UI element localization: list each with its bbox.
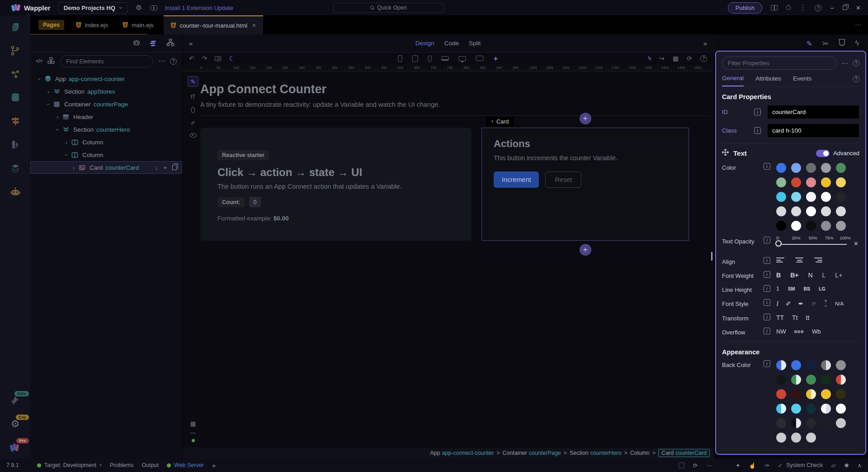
breadcrumb-name[interactable]: counterPage xyxy=(529,450,561,456)
find-elements-input[interactable] xyxy=(60,55,153,67)
info-icon[interactable]: i xyxy=(764,163,770,170)
window-close-button[interactable]: ✕ xyxy=(856,5,861,11)
highlighter-icon[interactable]: ✐ xyxy=(786,300,791,307)
color-swatch[interactable] xyxy=(791,163,801,173)
publish-button[interactable]: Publish xyxy=(728,2,763,14)
color-swatch[interactable] xyxy=(791,375,801,385)
output-button[interactable]: Output xyxy=(142,462,159,468)
weight-lighter-option[interactable]: L+ xyxy=(835,272,842,279)
project-selector[interactable]: Demo Projects HQ › xyxy=(58,2,128,14)
status-more-icon[interactable]: ⋯ xyxy=(707,462,712,469)
droplet-icon[interactable] xyxy=(785,5,792,11)
design-palette-icon[interactable] xyxy=(9,138,22,151)
chevron-down-icon[interactable]: › xyxy=(36,75,43,82)
eraser-icon[interactable]: ▱ xyxy=(831,462,836,469)
tree-item-column-2[interactable]: › Column xyxy=(30,148,182,161)
tree-item-card-countercard[interactable]: › Card counterCard ↓ + xyxy=(30,161,182,174)
color-swatch[interactable] xyxy=(836,375,846,385)
tree-item-section-appstores[interactable]: › Section appStores xyxy=(30,85,182,98)
tabstrip-more-icon[interactable]: ⋯ xyxy=(855,21,862,29)
routes-signpost-icon[interactable] xyxy=(9,115,22,128)
undo-icon[interactable]: ↶ xyxy=(189,55,194,62)
install-update-link[interactable]: Install 1 Extension Update xyxy=(165,5,233,11)
chevron-down-icon[interactable]: › xyxy=(45,100,52,108)
add-child-icon[interactable]: + xyxy=(163,164,167,171)
color-swatch[interactable] xyxy=(836,404,846,414)
web-server-button[interactable]: Web Server xyxy=(167,462,204,468)
text-tool-icon[interactable]: tT xyxy=(191,94,196,100)
quick-open-button[interactable]: Quick Open xyxy=(333,3,444,13)
edit-mode-icon[interactable]: ✎ xyxy=(188,76,198,87)
code-view-icon[interactable]: </> xyxy=(36,58,42,64)
pages-icon[interactable] xyxy=(9,21,22,33)
scissors-icon[interactable]: ✂ xyxy=(822,39,828,48)
reload-icon[interactable]: ⟳ xyxy=(693,462,698,469)
extensions-puzzle-icon[interactable]: Beta xyxy=(9,394,22,407)
mode-split[interactable]: Split xyxy=(469,40,481,47)
info-icon[interactable]: i xyxy=(764,271,770,278)
git-branch-icon[interactable] xyxy=(9,44,22,57)
color-swatch[interactable] xyxy=(836,418,846,428)
actions-bolt-icon[interactable]: ϟ xyxy=(855,39,859,48)
refresh-icon[interactable]: ⟳ xyxy=(687,55,692,62)
collapse-right-icon[interactable]: » xyxy=(703,39,707,47)
ai-robot-icon[interactable] xyxy=(9,186,22,198)
color-swatch[interactable] xyxy=(806,375,816,385)
layout-columns-icon[interactable] xyxy=(771,5,778,10)
id-field[interactable] xyxy=(767,105,859,119)
tree-item-section-counterhero[interactable]: › Section counterHero xyxy=(30,123,182,136)
lh-1-option[interactable]: 1 xyxy=(776,286,779,292)
color-swatch[interactable] xyxy=(776,433,786,443)
chevron-down-icon[interactable]: › xyxy=(54,126,61,133)
color-swatch[interactable] xyxy=(821,221,831,231)
ellipsis-option[interactable]: ooo xyxy=(794,329,804,334)
tab-close-icon[interactable]: ✕ xyxy=(252,23,256,29)
color-swatch[interactable] xyxy=(821,360,831,370)
color-swatch[interactable] xyxy=(791,404,801,414)
tab-counter-tour-manual[interactable]: 5 counter--tour-manual.html ✕ xyxy=(164,15,264,34)
collapse-up-icon[interactable]: ∧ xyxy=(858,462,862,469)
opacity-slider-knob[interactable] xyxy=(775,240,782,247)
weight-bold-option[interactable]: B xyxy=(776,272,781,279)
color-swatch[interactable] xyxy=(776,163,786,173)
color-swatch[interactable] xyxy=(776,206,786,216)
color-swatch[interactable] xyxy=(806,177,816,187)
collapse-left-icon[interactable]: « xyxy=(189,39,193,47)
redo-icon[interactable]: ↷ xyxy=(202,55,208,62)
props-help-icon[interactable]: ? xyxy=(853,60,859,67)
tree-item-container-counterpage[interactable]: › Container counterPage xyxy=(30,98,182,110)
dom-tree-icon[interactable] xyxy=(166,38,175,49)
breadcrumb-selected[interactable]: CardcounterCard xyxy=(658,449,710,457)
color-swatch[interactable] xyxy=(836,389,846,399)
align-right-icon[interactable] xyxy=(813,257,822,263)
move-down-icon[interactable]: ↓ xyxy=(155,164,158,171)
visibility-eye-icon[interactable] xyxy=(190,133,197,138)
help-icon[interactable]: ? xyxy=(815,5,821,11)
settings-gear-icon[interactable]: ⚙ xyxy=(136,4,142,12)
color-swatch[interactable] xyxy=(791,206,801,216)
color-swatch[interactable] xyxy=(791,192,801,202)
color-swatch[interactable] xyxy=(806,433,816,443)
tab-general[interactable]: General xyxy=(722,75,744,86)
chevron-right-icon[interactable]: › xyxy=(45,88,52,95)
color-swatch[interactable] xyxy=(806,221,816,231)
breadcrumb-name[interactable]: app-connect-counter xyxy=(442,450,494,456)
target-selector[interactable]: Target: Development ▾ xyxy=(37,462,102,468)
lh-lg-option[interactable]: LG xyxy=(819,286,826,291)
window-minimize-button[interactable]: − xyxy=(830,4,834,12)
color-swatch[interactable] xyxy=(791,177,801,187)
color-swatch[interactable] xyxy=(791,221,801,231)
color-swatch[interactable] xyxy=(821,375,831,385)
color-swatch[interactable] xyxy=(821,192,831,202)
tree-help-icon[interactable]: ? xyxy=(170,58,177,65)
tree-item-column-1[interactable]: › Column xyxy=(30,136,182,148)
actions-bolt-icon[interactable]: ϟ xyxy=(648,55,651,62)
lh-bs-option[interactable]: BS xyxy=(803,286,810,291)
color-swatch[interactable] xyxy=(791,418,801,428)
device-monitor-icon[interactable] xyxy=(476,56,484,61)
chevron-right-icon[interactable]: › xyxy=(54,114,61,120)
color-swatch[interactable] xyxy=(836,360,846,370)
edit-pencil-icon[interactable]: ✎ xyxy=(807,39,812,48)
insert-after-button[interactable]: + xyxy=(580,244,591,256)
device-tablet-icon[interactable] xyxy=(412,55,418,62)
